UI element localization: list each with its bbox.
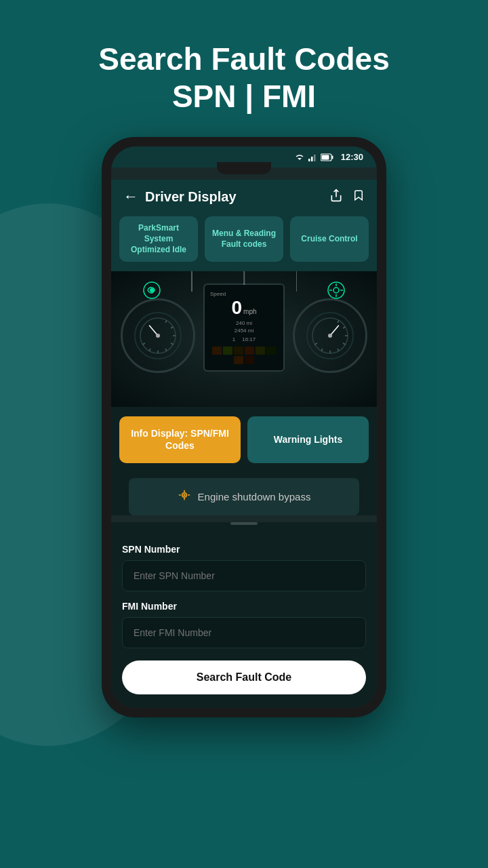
page-title: Search Fault Codes SPN | FMI (98, 41, 389, 115)
svg-line-13 (165, 349, 167, 351)
status-icons (295, 153, 334, 161)
odometer1: 240 mi (236, 320, 252, 326)
svg-point-33 (333, 288, 339, 293)
engine-icon-left (142, 281, 161, 300)
indicator-left-icon (142, 281, 161, 303)
svg-line-23 (343, 343, 345, 344)
engine-icon (178, 489, 191, 501)
nav-btn-cruise[interactable]: Cruise Control (290, 216, 369, 262)
speed-value: 0 (231, 297, 242, 319)
svg-rect-1 (308, 159, 310, 161)
gauge-right (293, 298, 367, 373)
battery-icon (321, 153, 334, 161)
warn-icon-7 (234, 356, 243, 364)
svg-line-27 (314, 343, 317, 344)
form-area: SPN Number FMI Number Search Fault Code (111, 536, 377, 708)
notch (217, 162, 271, 174)
action-buttons: Info Display: SPN/FMI Codes Warning Ligh… (111, 407, 377, 472)
svg-line-24 (338, 349, 339, 351)
engine-bypass-icon (178, 489, 191, 505)
svg-line-16 (142, 343, 144, 344)
warn-icon-6 (266, 347, 276, 355)
app-header-title: Driver Display (145, 189, 237, 205)
gauge-left-svg (138, 315, 178, 356)
gauge-left (121, 298, 195, 373)
speed-unit: mph (243, 308, 256, 315)
gear-display: 1 (232, 336, 235, 342)
svg-line-21 (343, 327, 345, 328)
svg-rect-2 (311, 157, 313, 161)
warn-icon-8 (245, 356, 254, 364)
bookmark-icon[interactable] (352, 189, 365, 205)
connector-line-right (296, 271, 298, 292)
warn-icon-1 (212, 347, 222, 355)
dashboard-area: Speed 0 mph 240 mi 2454 mi 1 16:17 (111, 271, 377, 407)
svg-line-20 (338, 321, 339, 323)
quick-nav: ParkSmart System Optimized Idle Menu & R… (111, 216, 377, 271)
status-time: 12:30 (341, 152, 363, 162)
svg-line-26 (321, 349, 323, 351)
odometer2: 2454 mi (235, 328, 253, 334)
phone-mockup: 12:30 ← Driver Display (102, 137, 386, 717)
spn-label: SPN Number (122, 544, 366, 555)
engine-bypass-label: Engine shutdown bypass (198, 491, 311, 502)
warn-icon-5 (256, 347, 265, 355)
indicator-right-icon (327, 281, 346, 303)
svg-point-39 (183, 494, 185, 496)
spn-input[interactable] (122, 560, 366, 591)
svg-line-9 (165, 321, 167, 323)
connector-line-center (243, 271, 245, 285)
fmi-label: FMI Number (122, 601, 366, 612)
drag-handle (230, 522, 258, 525)
connector-line-left (191, 271, 192, 292)
nav-btn-menu[interactable]: Menu & Reading Fault codes (205, 216, 283, 262)
warn-icon-3 (234, 347, 243, 355)
signal-icon (308, 153, 317, 161)
svg-rect-3 (314, 155, 316, 161)
engine-bypass-row[interactable]: Engine shutdown bypass (129, 478, 359, 515)
svg-marker-0 (298, 158, 302, 160)
svg-point-18 (156, 334, 160, 338)
wifi-icon (295, 153, 304, 161)
nav-btn-parksmart[interactable]: ParkSmart System Optimized Idle (119, 216, 198, 262)
svg-rect-6 (321, 155, 329, 159)
svg-line-12 (171, 343, 173, 344)
warn-icon-4 (245, 347, 254, 355)
time-display: 16:17 (242, 336, 256, 342)
svg-line-15 (149, 349, 150, 351)
search-fault-code-button[interactable]: Search Fault Code (122, 660, 366, 694)
center-display: Speed 0 mph 240 mi 2454 mi 1 16:17 (203, 283, 285, 372)
svg-rect-5 (331, 155, 333, 159)
back-button[interactable]: ← (123, 188, 138, 205)
svg-line-10 (171, 327, 173, 328)
btn-warning-lights[interactable]: Warning Lights (247, 416, 369, 462)
gauge-right-svg (310, 315, 350, 356)
svg-line-28 (330, 326, 339, 336)
svg-point-31 (150, 288, 154, 292)
fmi-input[interactable] (122, 617, 366, 648)
btn-info-display[interactable]: Info Display: SPN/FMI Codes (119, 416, 241, 462)
warn-icon-2 (223, 347, 232, 355)
svg-point-29 (328, 334, 332, 338)
app-header: ← Driver Display (111, 180, 377, 216)
settings-icon-right (327, 281, 346, 300)
share-icon[interactable] (329, 189, 343, 205)
